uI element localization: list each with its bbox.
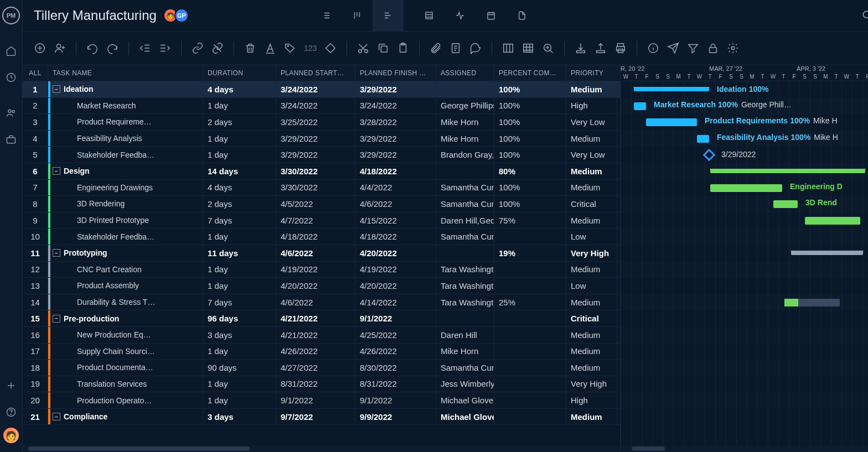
- gantt-chart[interactable]: R, 20 '22MAR, 27 '22APR, 3 '22 WTFSSMTWT…: [621, 65, 868, 452]
- task-row[interactable]: 83D Rendering2 days4/5/20224/6/2022Saman…: [23, 196, 620, 212]
- zoom-icon[interactable]: [542, 42, 554, 54]
- attachment-icon[interactable]: [430, 42, 442, 54]
- app-logo[interactable]: PM: [2, 7, 20, 24]
- cut-icon[interactable]: [357, 42, 369, 54]
- team-icon[interactable]: [0, 102, 22, 124]
- grid-body[interactable]: 1−Ideation4 days3/24/20223/29/2022100%Me…: [23, 81, 620, 445]
- collapse-toggle[interactable]: −: [53, 249, 60, 257]
- task-row[interactable]: 16New Production Eq…3 days4/21/20224/25/…: [23, 327, 620, 344]
- print-icon[interactable]: [614, 42, 627, 54]
- col-all[interactable]: ALL: [23, 65, 48, 81]
- task-row[interactable]: 7Engineering Drawings4 days3/30/20224/4/…: [23, 180, 620, 196]
- board-view-tab[interactable]: [342, 0, 373, 31]
- col-start[interactable]: PLANNED START…: [276, 65, 355, 81]
- gantt-bar[interactable]: Feasibility Analysis100%Mike H: [697, 135, 709, 143]
- task-row[interactable]: 18Product Documenta…90 days4/27/20228/30…: [23, 360, 620, 376]
- col-duration[interactable]: DURATION: [203, 65, 276, 81]
- task-row[interactable]: 93D Printed Prototype7 days4/7/20224/15/…: [23, 212, 620, 229]
- grid-h-scroll[interactable]: [23, 445, 620, 452]
- user-avatar[interactable]: 🧑: [3, 428, 19, 443]
- task-row[interactable]: 3Product Requireme…2 days3/25/20223/28/2…: [23, 114, 620, 131]
- col-finish[interactable]: PLANNED FINISH …: [355, 65, 436, 81]
- info-icon[interactable]: [647, 42, 659, 54]
- recent-icon[interactable]: [0, 66, 22, 89]
- calendar-view-tab[interactable]: [476, 0, 507, 31]
- link-icon[interactable]: [192, 42, 204, 54]
- task-row[interactable]: 11−Prototyping11 days4/6/20224/20/202219…: [23, 245, 620, 262]
- task-row[interactable]: 1−Ideation4 days3/24/20223/29/2022100%Me…: [23, 81, 620, 98]
- redo-icon[interactable]: [106, 42, 118, 54]
- gantt-bar[interactable]: [784, 299, 840, 306]
- settings-icon[interactable]: [727, 42, 739, 54]
- notes-icon[interactable]: [450, 42, 462, 54]
- task-row[interactable]: 2Market Research1 day3/24/20223/24/2022G…: [23, 98, 620, 115]
- col-name[interactable]: TASK NAME: [48, 65, 203, 81]
- gantt-h-scroll[interactable]: [621, 445, 868, 452]
- send-icon[interactable]: [667, 42, 679, 54]
- number-format-btn[interactable]: 123: [304, 44, 317, 53]
- help-icon[interactable]: [0, 401, 22, 423]
- task-row[interactable]: 10Stakeholder Feedba…1 day4/18/20224/18/…: [23, 228, 620, 245]
- home-icon[interactable]: [0, 40, 22, 62]
- filter-icon[interactable]: [687, 42, 699, 54]
- task-row[interactable]: 14Durability & Stress T…7 days4/6/20224/…: [23, 294, 620, 311]
- svg-point-13: [365, 50, 368, 53]
- paste-icon[interactable]: [397, 42, 409, 54]
- collapse-toggle[interactable]: −: [53, 85, 60, 93]
- task-row[interactable]: 12CNC Part Creation1 day4/19/20224/19/20…: [23, 262, 620, 278]
- gantt-body[interactable]: Ideation100%Market Research100%George Ph…: [621, 81, 868, 445]
- search-icon[interactable]: [861, 9, 868, 22]
- task-row[interactable]: 15−Pre-production96 days4/21/20229/1/202…: [23, 310, 620, 327]
- task-row[interactable]: 21−Compliance3 days9/7/20229/9/2022Micha…: [23, 409, 620, 425]
- grid-icon[interactable]: [522, 42, 534, 54]
- gantt-bar[interactable]: [805, 217, 860, 225]
- task-row[interactable]: 19Translation Services1 day8/31/20228/31…: [23, 376, 620, 393]
- milestone-icon[interactable]: [324, 42, 337, 54]
- col-assigned[interactable]: ASSIGNED: [436, 65, 494, 81]
- add-user-icon[interactable]: [54, 42, 66, 54]
- task-row[interactable]: 6−Design14 days3/30/20224/18/202280%Medi…: [23, 163, 620, 180]
- delete-icon[interactable]: [244, 42, 256, 54]
- task-row[interactable]: 20Production Operato…1 day9/1/20229/1/20…: [23, 392, 620, 409]
- collapse-toggle[interactable]: −: [53, 167, 60, 175]
- gantt-bar[interactable]: Engineering D: [710, 184, 782, 192]
- outdent-icon[interactable]: [139, 42, 151, 54]
- export-icon[interactable]: [595, 42, 607, 54]
- tag-icon[interactable]: [284, 42, 296, 54]
- columns-icon[interactable]: [502, 42, 514, 54]
- text-format-icon[interactable]: [264, 42, 276, 54]
- import-icon[interactable]: [575, 42, 587, 54]
- collapse-toggle[interactable]: −: [53, 315, 60, 323]
- task-row[interactable]: 4Feasibility Analysis1 day3/29/20223/29/…: [23, 131, 620, 147]
- add-task-icon[interactable]: [34, 42, 46, 54]
- gantt-bar[interactable]: [710, 169, 865, 173]
- add-icon[interactable]: [0, 375, 22, 397]
- task-row[interactable]: 5Stakeholder Feedba…1 day3/29/20223/29/2…: [23, 147, 620, 163]
- files-view-tab[interactable]: [507, 0, 538, 31]
- list-view-tab[interactable]: [311, 0, 342, 31]
- collapse-toggle[interactable]: −: [53, 413, 60, 420]
- task-row[interactable]: 13Product Assembly1 day4/20/20224/20/202…: [23, 278, 620, 294]
- indent-icon[interactable]: [159, 42, 171, 54]
- briefcase-icon[interactable]: [0, 128, 22, 150]
- svg-point-8: [863, 11, 868, 18]
- gantt-bar[interactable]: 3D Rend: [773, 200, 798, 208]
- col-priority[interactable]: PRIORITY: [566, 65, 617, 81]
- avatar-2[interactable]: GP: [174, 8, 189, 23]
- lock-icon[interactable]: [707, 42, 719, 54]
- col-percent[interactable]: PERCENT COM…: [494, 65, 566, 81]
- comments-icon[interactable]: [469, 42, 482, 54]
- gantt-bar[interactable]: Market Research100%George Phill…: [634, 102, 646, 110]
- activity-view-tab[interactable]: [445, 0, 476, 31]
- task-row[interactable]: 17Supply Chain Sourci…1 day4/26/20224/26…: [23, 344, 620, 360]
- copy-icon[interactable]: [377, 42, 389, 54]
- svg-rect-23: [618, 44, 624, 47]
- gantt-bar[interactable]: Product Requirements100%Mike H: [646, 118, 697, 126]
- gantt-bar[interactable]: Ideation100%: [634, 87, 709, 91]
- gantt-bar[interactable]: [791, 251, 863, 255]
- unlink-icon[interactable]: [211, 42, 224, 54]
- project-avatars[interactable]: 🧑 GP: [167, 8, 189, 23]
- gantt-view-tab[interactable]: [373, 0, 404, 31]
- sheet-view-tab[interactable]: [414, 0, 445, 31]
- undo-icon[interactable]: [86, 42, 99, 54]
